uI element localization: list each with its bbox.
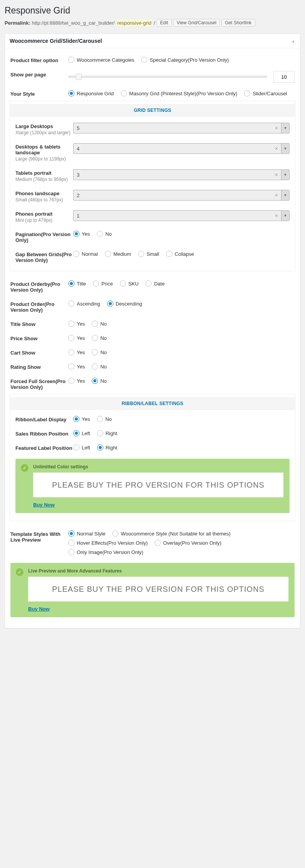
- edit-permalink-button[interactable]: Edit: [157, 19, 172, 27]
- radio-icon[interactable]: [68, 378, 74, 384]
- radio-icon[interactable]: [166, 251, 172, 257]
- metabox-header[interactable]: Woocommerce Grid/Slider/Carousel ▲: [5, 34, 300, 48]
- buy-now-link[interactable]: Buy Now: [33, 502, 55, 508]
- slider-handle[interactable]: [76, 74, 82, 80]
- radio-icon[interactable]: [141, 57, 147, 63]
- radio-icon[interactable]: [68, 549, 74, 555]
- view-grid-button[interactable]: View Grid/Carousel: [173, 19, 220, 27]
- clear-icon[interactable]: ×: [275, 145, 278, 152]
- radio-option[interactable]: Yes: [68, 335, 85, 341]
- radio-option[interactable]: Hover Effects(Pro Version Only): [68, 540, 148, 546]
- clear-icon[interactable]: ×: [275, 192, 278, 198]
- radio-option[interactable]: Slider/Carousel: [244, 90, 287, 96]
- clear-icon[interactable]: ×: [275, 125, 278, 131]
- radio-option[interactable]: Special Category(Pro Version Only): [141, 57, 229, 63]
- radio-icon[interactable]: [121, 90, 127, 96]
- clear-icon[interactable]: ×: [275, 172, 278, 178]
- radio-option[interactable]: Yes: [68, 378, 85, 384]
- permalink-slug[interactable]: responsive-grid: [116, 20, 152, 26]
- chevron-down-icon[interactable]: ▼: [281, 123, 290, 133]
- radio-option[interactable]: Left: [73, 444, 90, 451]
- radio-icon[interactable]: [97, 416, 103, 422]
- radio-icon[interactable]: [155, 540, 161, 546]
- radio-icon[interactable]: [105, 251, 111, 257]
- radio-option[interactable]: Yes: [68, 363, 85, 370]
- radio-option[interactable]: Right: [97, 444, 117, 451]
- radio-icon[interactable]: [68, 530, 74, 537]
- radio-option[interactable]: Responsive Grid: [68, 90, 114, 96]
- large-desktops-select[interactable]: 5×▼: [73, 123, 290, 133]
- radio-icon[interactable]: [97, 430, 103, 436]
- radio-icon[interactable]: [68, 321, 74, 327]
- radio-option[interactable]: Left: [73, 430, 90, 436]
- buy-now-link[interactable]: Buy Now: [28, 606, 50, 612]
- radio-icon[interactable]: [68, 349, 74, 355]
- radio-option[interactable]: SKU: [120, 280, 139, 287]
- radio-icon[interactable]: [68, 363, 74, 370]
- radio-icon[interactable]: [120, 280, 126, 287]
- radio-option[interactable]: Normal: [73, 251, 98, 257]
- phones-portrait-select[interactable]: 1×▼: [73, 210, 290, 221]
- radio-icon[interactable]: [145, 280, 152, 287]
- radio-option[interactable]: Title: [68, 280, 86, 287]
- radio-option[interactable]: Yes: [68, 321, 85, 327]
- desktops-tablets-select[interactable]: 4×▼: [73, 143, 290, 154]
- radio-option[interactable]: No: [92, 321, 107, 327]
- radio-icon[interactable]: [93, 280, 99, 287]
- chevron-down-icon[interactable]: ▼: [281, 143, 290, 154]
- radio-option[interactable]: No: [97, 231, 112, 237]
- chevron-down-icon[interactable]: ▼: [281, 190, 290, 201]
- radio-icon[interactable]: [68, 335, 74, 341]
- radio-option[interactable]: Woocommerce Categoies: [68, 57, 134, 63]
- radio-icon[interactable]: [92, 335, 98, 341]
- radio-icon[interactable]: [73, 251, 79, 257]
- radio-icon[interactable]: [97, 444, 103, 451]
- radio-icon[interactable]: [73, 416, 79, 422]
- radio-icon[interactable]: [68, 57, 74, 63]
- radio-icon[interactable]: [92, 349, 98, 355]
- radio-icon[interactable]: [73, 430, 79, 436]
- radio-icon[interactable]: [92, 363, 98, 370]
- radio-option[interactable]: Medium: [105, 251, 131, 257]
- radio-option[interactable]: Right: [97, 430, 117, 436]
- radio-icon[interactable]: [97, 231, 103, 237]
- radio-option[interactable]: No: [92, 378, 107, 384]
- radio-option[interactable]: Normal Style: [68, 530, 105, 537]
- phones-landscape-select[interactable]: 2×▼: [73, 190, 290, 201]
- radio-option[interactable]: Date: [145, 280, 164, 287]
- radio-icon[interactable]: [107, 301, 113, 307]
- radio-icon[interactable]: [92, 378, 98, 384]
- per-page-slider[interactable]: [68, 76, 267, 78]
- radio-icon[interactable]: [73, 231, 79, 237]
- radio-option[interactable]: Ascending: [68, 301, 100, 307]
- radio-option[interactable]: Yes: [68, 349, 85, 355]
- radio-option[interactable]: No: [92, 363, 107, 370]
- radio-option[interactable]: Descending: [107, 301, 142, 307]
- radio-option[interactable]: Woocommerce Style (Not Suitable for all …: [112, 530, 230, 537]
- radio-icon[interactable]: [68, 540, 74, 546]
- radio-option[interactable]: Collapse: [166, 251, 194, 257]
- radio-icon[interactable]: [68, 301, 74, 307]
- radio-option[interactable]: No: [92, 349, 107, 355]
- radio-option[interactable]: Only Image(Pro Version Only): [68, 549, 143, 555]
- radio-option[interactable]: Price: [93, 280, 113, 287]
- get-shortlink-button[interactable]: Get Shortlink: [221, 19, 255, 27]
- radio-option[interactable]: No: [97, 416, 112, 422]
- radio-icon[interactable]: [244, 90, 250, 96]
- radio-option[interactable]: No: [92, 335, 107, 341]
- radio-option[interactable]: Overlay(Pro Version Only): [155, 540, 221, 546]
- radio-option[interactable]: Yes: [73, 231, 90, 237]
- chevron-down-icon[interactable]: ▼: [281, 210, 290, 221]
- tablets-portrait-select[interactable]: 3×▼: [73, 169, 290, 180]
- radio-option[interactable]: Yes: [73, 416, 90, 422]
- radio-icon[interactable]: [92, 321, 98, 327]
- radio-icon[interactable]: [138, 251, 144, 257]
- radio-icon[interactable]: [68, 90, 74, 96]
- radio-icon[interactable]: [112, 530, 118, 537]
- clear-icon[interactable]: ×: [275, 213, 278, 219]
- radio-icon[interactable]: [73, 444, 79, 451]
- radio-option[interactable]: Masonry Grid (Pinterest Style)(Pro Versi…: [121, 90, 237, 96]
- per-page-input[interactable]: [273, 71, 295, 83]
- radio-icon[interactable]: [68, 280, 74, 287]
- chevron-down-icon[interactable]: ▼: [281, 169, 290, 180]
